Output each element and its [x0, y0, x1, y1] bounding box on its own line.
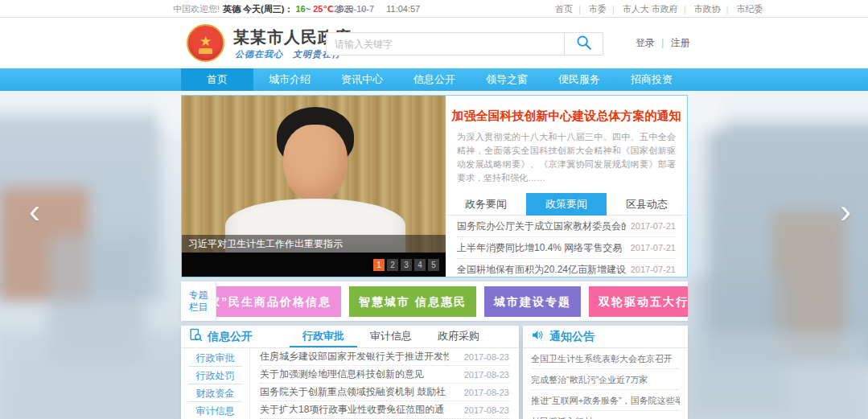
info-item[interactable]: 关于加强测绘地理信息科技创新的意见 2017-08-23: [260, 366, 509, 384]
info-item[interactable]: 关于扩大18项行政事业性收费免征范围的通 2017-08-23: [260, 401, 509, 419]
notice-item[interactable]: 推进“互联网+政务服务”，国务院这些举措便利你我生活方方面: [531, 390, 680, 411]
topic-banner-price-info[interactable]: 家”民生商品价格信息: [216, 286, 341, 317]
side-item-audit-info[interactable]: 审计信息: [188, 402, 242, 419]
info-item[interactable]: 住房城乡建设部国家开发银行关于推进开发性 2017-08-23: [260, 348, 509, 366]
info-item-date: 2017-08-23: [464, 405, 509, 415]
top-link-jiwei[interactable]: 市纪委: [736, 4, 763, 14]
notice-box-title: 通知公告: [549, 330, 594, 344]
top-link-shiwei[interactable]: 市委: [589, 4, 620, 14]
info-tab-gov-procurement[interactable]: 政府采购: [425, 326, 492, 347]
carousel-slide-photo[interactable]: 习近平对卫生计生工作作出重要指示 1 2 3 4 5: [182, 96, 446, 277]
search-box: [326, 32, 603, 55]
info-disclosure-section: 信息公开 行政审批 审计信息 政府采购 行政审批 行政处罚 财政资金 审计信息 …: [181, 326, 519, 419]
auth-links: 登录 | 注册: [636, 18, 690, 68]
emblem-star-icon: ★: [200, 35, 212, 48]
nav-item-investment[interactable]: 招商投资: [615, 68, 688, 91]
news-item-title: 国务院办公厅关于成立国家教材委员会的通知: [457, 220, 626, 233]
news-item-title: 全国耕地保有面积为20.24亿亩新增建设: [457, 263, 626, 277]
carousel-caption[interactable]: 习近平对卫生计生工作作出重要指示: [182, 235, 446, 253]
speaker-icon: [531, 328, 545, 345]
info-item-date: 2017-08-23: [464, 388, 509, 397]
top-links: 首页 市委 市人大 市政府 市政协 市纪委: [555, 0, 763, 18]
news-item[interactable]: 全国耕地保有面积为20.24亿亩新增建设 2017-07-21: [457, 259, 676, 281]
info-item[interactable]: 国务院关于创新重点领域投融资机制 鼓励社 2017-08-23: [260, 384, 509, 401]
site-header: ★ 某某市人民政府 公德在我心 文明贵在行 登录 | 注册: [0, 18, 868, 68]
notice-section: 通知公告 全国卫生计生系统表彰大会在京召开 完成整治“散乱污”企业近7万家 推进…: [523, 326, 688, 419]
info-item-title: 住房城乡建设部国家开发银行关于推进开发性: [260, 350, 449, 364]
pager-4[interactable]: 4: [414, 259, 426, 271]
nav-item-home[interactable]: 首页: [181, 68, 253, 91]
topics-label-line1: 专题: [181, 290, 216, 302]
notice-item[interactable]: 村民搬迁入新村: [531, 411, 680, 419]
info-item-date: 2017-08-23: [464, 370, 509, 380]
carousel-prev-button[interactable]: ‹: [29, 195, 40, 228]
datetime: 2020-10-7 11:04:57: [334, 0, 430, 18]
pager-3[interactable]: 3: [401, 259, 412, 271]
news-item-date: 2017-07-21: [631, 265, 676, 274]
info-side-menu: 行政审批 行政处罚 财政资金 审计信息: [181, 348, 250, 419]
top-link-home[interactable]: 首页: [555, 4, 586, 14]
news-list: 国务院办公厅关于成立国家教材委员会的通知 2017-07-21 上半年消费同比增…: [446, 216, 687, 281]
info-item-title: 关于扩大18项行政事业性收费免征范围的通: [260, 403, 444, 417]
search-input[interactable]: [327, 33, 564, 55]
nav-item-news-center[interactable]: 资讯中心: [326, 68, 398, 91]
auth-separator: |: [661, 37, 664, 48]
info-box-title: 信息公开: [208, 330, 253, 344]
news-panel: 加强全国科技创新中心建设总体方案的通知 为深入贯彻党的十八大和十八届三中、四中、…: [446, 96, 687, 277]
carousel-next-button[interactable]: ›: [840, 195, 851, 228]
page: 中国欢迎您! 英德 今天(周三)： 16~ 25℃ 多云 » 2020-10-7…: [0, 0, 868, 419]
hero-section: 习近平对卫生计生工作作出重要指示 1 2 3 4 5 加强全国科技创新中心建设总…: [181, 95, 688, 277]
topics-banner-viewport: 家”民生商品价格信息 智慧城市 信息惠民 城市建设专题 双轮驱动五大行动 行政执…: [216, 281, 688, 321]
side-item-admin-penalty[interactable]: 行政处罚: [188, 367, 242, 384]
pager-2[interactable]: 2: [387, 259, 398, 271]
info-item-date: 2017-08-23: [464, 352, 509, 362]
side-item-fiscal-funds[interactable]: 财政资金: [188, 384, 242, 402]
info-tab-admin-approval[interactable]: 行政审批: [290, 326, 357, 347]
slogan-left: 公德在我心: [235, 49, 283, 59]
topic-banner-dual-drive[interactable]: 双轮驱动五大行动: [589, 286, 688, 317]
search-button[interactable]: [564, 33, 603, 55]
photo-person-face: [283, 125, 348, 202]
welcome-text: 中国欢迎您!: [173, 0, 220, 18]
info-box-body: 行政审批 行政处罚 财政资金 审计信息 住房城乡建设部国家开发银行关于推进开发性…: [181, 348, 519, 419]
nav-item-info-disclosure[interactable]: 信息公开: [398, 68, 471, 91]
topic-banner-smart-city[interactable]: 智慧城市 信息惠民: [349, 286, 476, 317]
pager-5[interactable]: 5: [428, 259, 439, 271]
nav-item-leaders[interactable]: 领导之窗: [471, 68, 543, 91]
news-item-title: 上半年消费同比增10.4% 网络零售交易: [457, 241, 622, 255]
temp-high: 25℃: [313, 4, 334, 14]
side-item-admin-approval[interactable]: 行政审批: [188, 349, 242, 367]
top-link-renda-zhengfu[interactable]: 市人大 市政府: [623, 4, 692, 14]
carousel-pager: 1 2 3 4 5: [373, 259, 439, 271]
tab-zhengwu-news[interactable]: 政务要闻: [446, 193, 526, 216]
news-item[interactable]: 上半年消费同比增10.4% 网络零售交易 2017-07-21: [457, 237, 676, 259]
featured-summary: 为深入贯彻党的十八大和十八届三中、四中、五中全会精神，全面落实全国科技创新大会精…: [457, 130, 676, 185]
info-item-title: 国务院关于创新重点领域投融资机制 鼓励社: [260, 385, 446, 399]
topics-label-line2: 栏目: [181, 302, 216, 314]
featured-headline[interactable]: 加强全国科技创新中心建设总体方案的通知: [446, 109, 687, 124]
weather-city: 英德: [223, 4, 241, 14]
doc-search-icon: [189, 328, 203, 345]
news-item-date: 2017-07-21: [631, 221, 676, 231]
tab-district-news[interactable]: 区县动态: [607, 193, 687, 216]
top-link-zhengxie[interactable]: 市政协: [694, 4, 734, 14]
weather-today-label: 今天(周三)：: [243, 4, 293, 14]
tab-policy-news[interactable]: 政策要闻: [526, 193, 607, 216]
national-emblem-logo: ★: [187, 24, 224, 62]
nav-item-services[interactable]: 便民服务: [543, 68, 615, 91]
main-nav: 首页 城市介绍 资讯中心 信息公开 领导之窗 便民服务 招商投资: [0, 68, 868, 91]
notice-list: 全国卫生计生系统表彰大会在京召开 完成整治“散乱污”企业近7万家 推进“互联网+…: [523, 348, 688, 419]
notice-item[interactable]: 完成整治“散乱污”企业近7万家: [531, 369, 680, 390]
info-box-header: 信息公开 行政审批 审计信息 政府采购: [181, 326, 519, 348]
news-item[interactable]: 国务院办公厅关于成立国家教材委员会的通知 2017-07-21: [457, 216, 676, 237]
news-tabs: 政务要闻 政策要闻 区县动态: [446, 193, 687, 216]
info-list: 住房城乡建设部国家开发银行关于推进开发性 2017-08-23 关于加强测绘地理…: [250, 348, 519, 419]
notice-item[interactable]: 全国卫生计生系统表彰大会在京召开: [531, 348, 680, 369]
topic-banner-city-construction[interactable]: 城市建设专题: [484, 286, 581, 317]
nav-item-city-intro[interactable]: 城市介绍: [253, 68, 326, 91]
login-link[interactable]: 登录: [636, 37, 655, 48]
info-tab-audit-info[interactable]: 审计信息: [357, 326, 425, 347]
register-link[interactable]: 注册: [671, 37, 690, 48]
pager-1[interactable]: 1: [373, 259, 385, 271]
info-item-title: 关于加强测绘地理信息科技创新的意见: [260, 368, 424, 381]
